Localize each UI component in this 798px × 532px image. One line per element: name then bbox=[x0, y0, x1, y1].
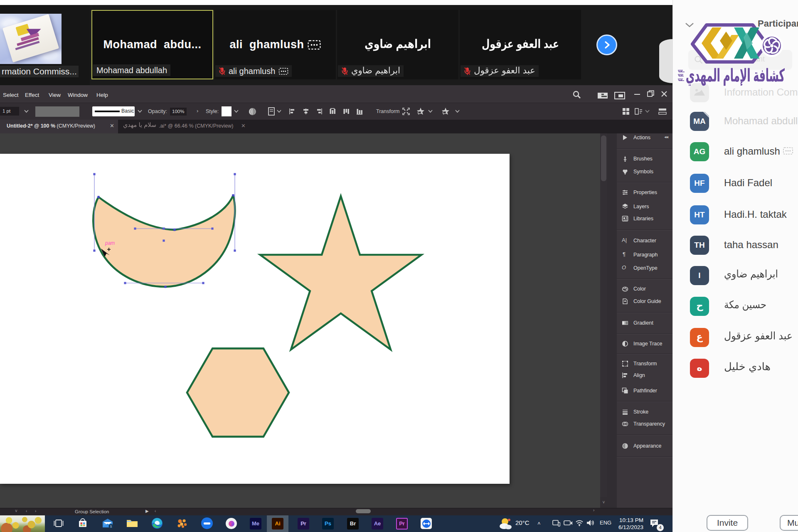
svg-text:1: 1 bbox=[110, 525, 112, 528]
svg-text:pam: pam bbox=[105, 240, 115, 246]
